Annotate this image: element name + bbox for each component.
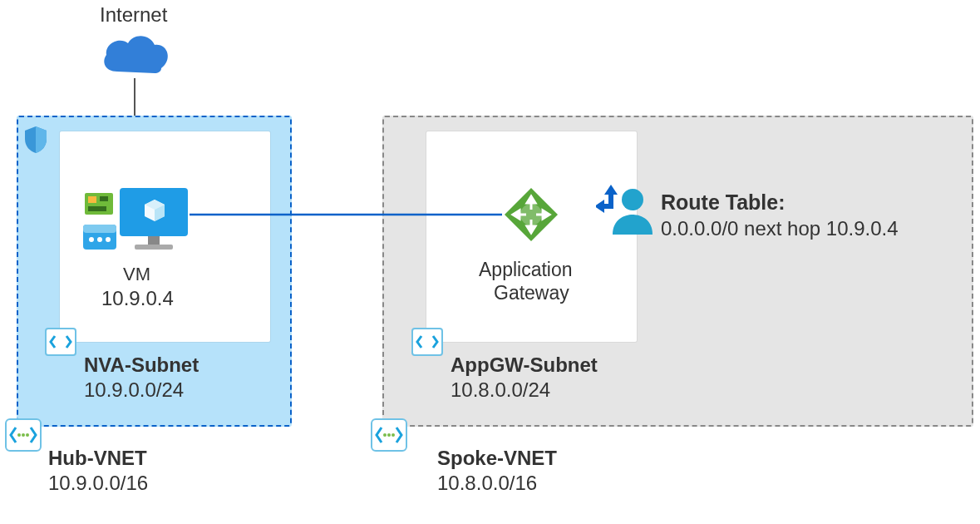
vnet-badge-icon: [371, 418, 407, 452]
svg-point-15: [106, 237, 111, 242]
svg-point-16: [17, 433, 21, 437]
vm-icon: [83, 185, 191, 261]
svg-point-33: [622, 189, 643, 210]
vm-ip: 10.9.0.4: [101, 286, 174, 311]
internet-label: Internet: [100, 2, 167, 27]
cloud-icon: [98, 30, 173, 82]
subnet-badge-icon: [411, 328, 443, 356]
svg-rect-9: [100, 196, 108, 201]
spoke-vnet-name: Spoke-VNET: [437, 446, 557, 471]
route-table-title: Route Table:: [661, 190, 785, 215]
appgw-label-2: Gateway: [494, 281, 569, 305]
connector-vm-appgw: [190, 213, 502, 216]
hub-vnet-cidr: 10.9.0.0/16: [48, 471, 148, 496]
svg-point-17: [22, 433, 25, 437]
svg-point-29: [383, 433, 387, 437]
subnet-badge-icon: [45, 328, 76, 356]
svg-rect-12: [83, 225, 116, 233]
svg-rect-10: [88, 206, 106, 211]
svg-point-13: [89, 237, 94, 242]
route-table-rule: 0.0.0.0/0 next hop 10.9.0.4: [661, 216, 899, 241]
appgw-subnet-cidr: 10.8.0.0/24: [451, 378, 550, 403]
hub-vnet-name: Hub-VNET: [48, 446, 147, 471]
appgw-icon: [501, 185, 561, 245]
vm-label: VM: [123, 263, 150, 286]
appgw-label-1: Application: [479, 258, 573, 282]
vnet-badge-icon: [5, 418, 42, 452]
route-table-icon: [596, 185, 653, 238]
nva-subnet-cidr: 10.9.0.0/24: [84, 378, 184, 403]
shield-icon: [23, 125, 48, 155]
svg-rect-8: [88, 196, 96, 203]
appgw-subnet-name: AppGW-Subnet: [451, 353, 598, 378]
svg-point-31: [392, 433, 395, 437]
svg-point-14: [97, 237, 102, 242]
nva-subnet-name: NVA-Subnet: [84, 353, 199, 378]
svg-rect-7: [85, 193, 113, 215]
svg-rect-3: [135, 245, 173, 250]
svg-marker-35: [596, 200, 604, 213]
svg-point-30: [387, 433, 391, 437]
svg-marker-34: [604, 185, 618, 195]
svg-point-18: [26, 433, 29, 437]
spoke-vnet-cidr: 10.8.0.0/16: [437, 471, 537, 496]
